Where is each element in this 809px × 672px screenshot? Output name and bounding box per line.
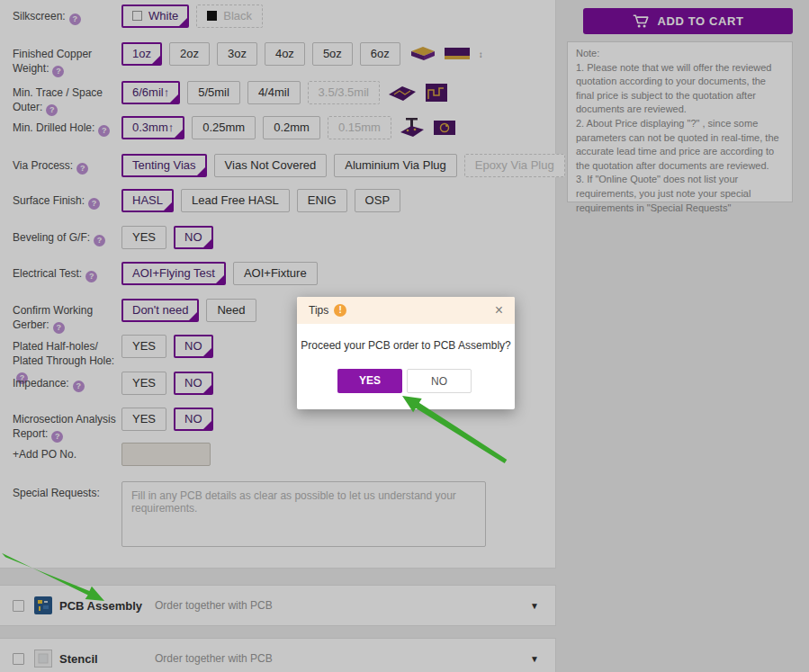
close-icon[interactable]: ×: [495, 303, 503, 318]
tips-modal: Tips ! × Proceed your PCB order to PCB A…: [297, 297, 515, 409]
tips-modal-message: Proceed your PCB order to PCB Assembly?: [297, 339, 515, 352]
tips-modal-title: Tips: [309, 304, 328, 317]
modal-no-button[interactable]: NO: [407, 369, 472, 393]
modal-yes-button[interactable]: YES: [337, 369, 402, 393]
tips-modal-header: Tips ! ×: [297, 297, 515, 324]
warning-icon: !: [334, 304, 346, 317]
